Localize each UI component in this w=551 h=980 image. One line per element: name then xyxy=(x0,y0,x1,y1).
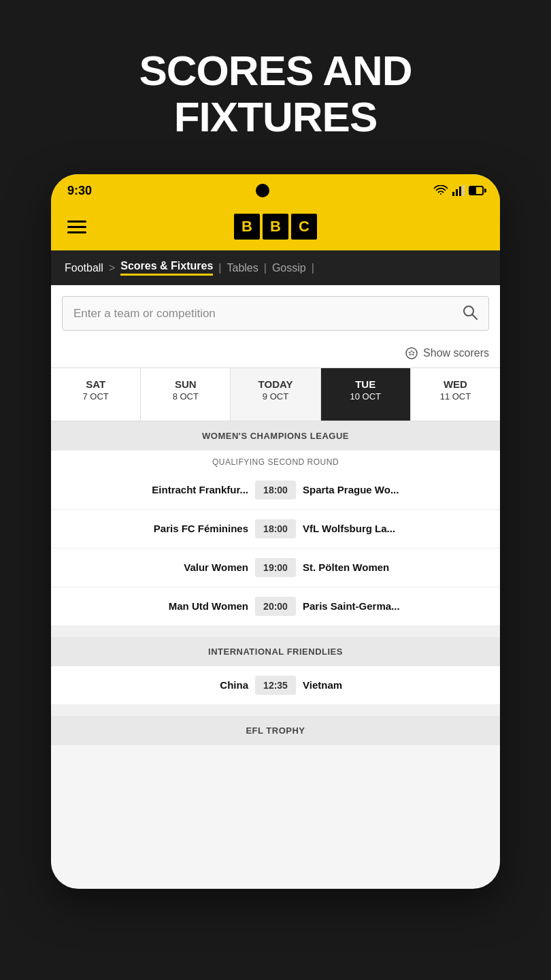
search-input[interactable]: Enter a team or competition xyxy=(73,307,463,321)
date-tabs: SAT7 OCTSUN8 OCTTODAY9 OCTTUE10 OCTWED11… xyxy=(51,368,500,421)
show-scorers-row: Show scorers xyxy=(51,342,500,368)
wifi-icon xyxy=(433,185,448,196)
svg-rect-0 xyxy=(452,192,454,196)
battery-icon xyxy=(469,186,484,195)
round-header-0: QUALIFYING SECOND ROUND xyxy=(51,451,500,471)
content-area: Enter a team or competition Show scorers xyxy=(51,285,500,745)
breadcrumb-tables[interactable]: Tables xyxy=(227,262,258,274)
competition-header-1: INTERNATIONAL FRIENDLIES xyxy=(51,637,500,666)
search-container: Enter a team or competition xyxy=(51,285,500,342)
breadcrumb-football[interactable]: Football xyxy=(65,262,103,274)
date-tab-tue[interactable]: TUE10 OCT xyxy=(321,368,411,420)
team-away: Paris Saint-Germa... xyxy=(296,600,489,612)
match-row[interactable]: China 12:35 Vietnam xyxy=(51,666,500,705)
team-home: Man Utd Women xyxy=(62,600,255,612)
page-title: SCORES AND FIXTURES xyxy=(139,48,412,140)
phone-frame: 9:30 xyxy=(51,174,500,889)
bbc-logo: B B C xyxy=(234,214,317,240)
match-time: 18:00 xyxy=(255,519,296,538)
pipe3: | xyxy=(312,262,314,274)
competition-header-0: WOMEN'S CHAMPIONS LEAGUE xyxy=(51,421,500,451)
svg-rect-1 xyxy=(456,189,458,196)
match-time: 20:00 xyxy=(255,597,296,616)
bbc-letter-b1: B xyxy=(234,214,260,240)
team-home: Valur Women xyxy=(62,561,255,573)
svg-point-6 xyxy=(406,348,417,359)
search-button[interactable] xyxy=(463,305,478,322)
svg-line-5 xyxy=(473,315,478,320)
matches-area: WOMEN'S CHAMPIONS LEAGUEQUALIFYING SECON… xyxy=(51,421,500,745)
bbc-letter-c: C xyxy=(291,214,317,240)
breadcrumb-separator: > xyxy=(109,262,115,274)
team-away: Vietnam xyxy=(296,679,489,691)
football-icon xyxy=(405,347,418,359)
signal-icon xyxy=(452,185,465,196)
breadcrumb: Football > Scores & Fixtures | Tables | … xyxy=(51,250,500,285)
match-time: 18:00 xyxy=(255,480,296,500)
bbc-letter-b2: B xyxy=(263,214,288,240)
status-icons xyxy=(433,185,484,196)
pipe2: | xyxy=(264,262,267,274)
date-tab-today[interactable]: TODAY9 OCT xyxy=(231,368,320,420)
match-row[interactable]: Valur Women 19:00 St. Pölten Women xyxy=(51,549,500,587)
svg-rect-2 xyxy=(459,186,461,196)
search-icon xyxy=(463,305,478,320)
match-row[interactable]: Man Utd Women 20:00 Paris Saint-Germa... xyxy=(51,587,500,626)
status-bar: 9:30 xyxy=(51,174,500,207)
search-bar[interactable]: Enter a team or competition xyxy=(62,296,489,331)
match-time: 19:00 xyxy=(255,558,296,577)
status-time: 9:30 xyxy=(67,184,92,198)
team-home: China xyxy=(62,679,255,691)
team-away: Sparta Prague Wo... xyxy=(296,484,489,495)
team-home: Eintracht Frankfur... xyxy=(62,484,255,495)
pipe1: | xyxy=(218,262,221,274)
app-header: B B C xyxy=(51,207,500,250)
breadcrumb-gossip[interactable]: Gossip xyxy=(272,262,306,274)
team-away: St. Pölten Women xyxy=(296,561,489,573)
section-gap xyxy=(51,705,500,716)
competition-header-2: EFL TROPHY xyxy=(51,716,500,745)
match-row[interactable]: Eintracht Frankfur... 18:00 Sparta Pragu… xyxy=(51,471,500,510)
team-home: Paris FC Féminines xyxy=(62,523,255,534)
breadcrumb-scores-fixtures[interactable]: Scores & Fixtures xyxy=(120,260,213,276)
show-scorers-button[interactable]: Show scorers xyxy=(405,347,489,359)
date-tab-sun[interactable]: SUN8 OCT xyxy=(141,368,231,420)
svg-marker-7 xyxy=(409,350,414,355)
camera-dot xyxy=(256,184,269,197)
match-row[interactable]: Paris FC Féminines 18:00 VfL Wolfsburg L… xyxy=(51,510,500,549)
date-tab-wed[interactable]: WED11 OCT xyxy=(411,368,500,420)
match-time: 12:35 xyxy=(255,676,296,695)
svg-rect-3 xyxy=(463,185,465,196)
section-gap xyxy=(51,626,500,637)
date-tab-sat[interactable]: SAT7 OCT xyxy=(51,368,141,420)
team-away: VfL Wolfsburg La... xyxy=(296,523,489,534)
hamburger-menu-icon[interactable] xyxy=(67,220,86,233)
